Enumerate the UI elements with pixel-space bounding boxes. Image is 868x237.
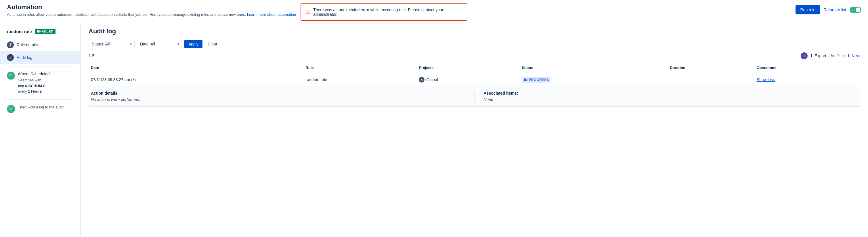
rule-details-icon: ⓘ [7,41,14,48]
when-title: When: Scheduled [18,71,50,76]
prev-button[interactable]: Prev [837,54,845,58]
export-icon: ⬆ [810,54,813,58]
expanded-detail-row: Action details: No actions were performe… [89,86,860,107]
table-row: 07/11/23 09:33:27 am (5) random rule ✕ G… [89,73,860,86]
sidebar-when-section: ⏱ When: Scheduled Searches with: key = S… [0,69,80,97]
row-project: ✕ Global [416,73,520,86]
toggle-switch[interactable] [849,7,861,13]
enabled-badge: ENABLED [35,29,56,34]
row-operations: Show less [754,73,860,86]
status-filter-wrapper: Status: All Status: Success Status: Fail… [89,40,134,48]
return-to-list-button[interactable]: Return to list [824,5,846,14]
sidebar-divider [7,66,73,66]
clear-button[interactable]: Clear [205,40,220,48]
next-button[interactable]: Next [851,54,860,58]
audit-table: Date Rule Projects Status Duration Opera… [89,63,860,107]
date-filter-wrapper: Date: All Date: Today Date: Last 7 days … [137,40,182,48]
apply-button[interactable]: Apply [184,40,203,48]
rule-name: random rule [7,29,32,34]
sidebar: random rule ENABLED ⓘ Rule details ≡ Aud… [0,23,81,237]
page-title: Audit log [89,28,860,35]
associated-items-title: Associated items: [484,91,858,95]
sidebar-divider-2 [7,99,73,100]
row-rule: random rule [303,73,417,86]
sidebar-item-audit-log-label: Audit log [17,55,32,60]
then-icon: ✎ [7,105,15,113]
col-header-duration: Duration [668,63,754,73]
app-subtitle: Automation rules allow you to automate r… [7,12,296,17]
error-text: There was an unexpected error while exec… [313,7,462,17]
export-button[interactable]: ⬆ Export [810,54,826,58]
status-filter[interactable]: Status: All Status: Success Status: Fail… [89,40,134,48]
col-header-rule: Rule [303,63,417,73]
col-header-date: Date [89,63,303,73]
run-rule-button[interactable]: Run rule [796,5,820,14]
error-banner: ⚠ There was an unexpected error while ex… [301,3,467,21]
when-icon: ⏱ [7,71,15,80]
refresh-icon: ↻ [831,54,834,58]
info-icon[interactable]: i [801,52,808,59]
pagination-current-page: 1 [847,54,849,58]
expanded-detail-cell: Action details: No actions were performe… [89,86,860,107]
show-less-button[interactable]: Show less [757,77,775,82]
audit-log-icon: ≡ [7,54,14,61]
col-header-operations: Operations [754,63,860,73]
learn-more-link[interactable]: Learn more about automation [247,12,296,17]
filter-bar: Status: All Status: Success Status: Fail… [89,40,860,48]
export-label: Export [814,54,826,58]
app-title: Automation [7,3,296,11]
row-duration [668,73,754,86]
sidebar-item-rule-details-label: Rule details [17,42,38,47]
expanded-action-details: Action details: No actions were performe… [91,91,474,102]
sidebar-nav: ⓘ Rule details ≡ Audit log [0,38,80,64]
row-date: 07/11/23 09:33:27 am (5) [89,73,303,86]
top-actions: Run rule Return to list [796,3,861,14]
sidebar-item-rule-details[interactable]: ⓘ Rule details [0,38,80,51]
col-header-status: Status [520,63,668,73]
table-header-row: 1-5 i ⬆ Export ↻ Prev 1 Next [89,52,860,59]
sidebar-then-section[interactable]: ✎ Then: Add a log to the audit... [0,102,80,116]
status-badge: IN PROGRESS [522,77,551,83]
project-icon: ✕ [419,77,425,83]
col-header-projects: Projects [416,63,520,73]
date-filter[interactable]: Date: All Date: Today Date: Last 7 days … [137,40,182,48]
action-details-text: No actions were performed. [91,97,465,102]
action-details-title: Action details: [91,91,465,95]
row-status: IN PROGRESS [520,73,668,86]
pagination-nav: ↻ Prev 1 Next [831,54,860,58]
row-date-count: (5) [131,78,136,82]
warning-icon: ⚠ [306,9,310,15]
sidebar-item-audit-log[interactable]: ≡ Audit log [0,51,80,64]
main-panel: Audit log Status: All Status: Success St… [81,23,868,237]
then-label: Then: Add a log to the audit... [18,105,67,109]
expanded-associated-items: Associated items: None [474,91,858,102]
pagination-range: 1-5 [89,54,94,58]
associated-items-text: None [484,97,858,102]
when-detail: Searches with: key = SCRUM-8 every 1 Hou… [18,77,50,94]
project-name: Global [426,77,438,82]
export-area: i ⬆ Export [801,52,826,59]
